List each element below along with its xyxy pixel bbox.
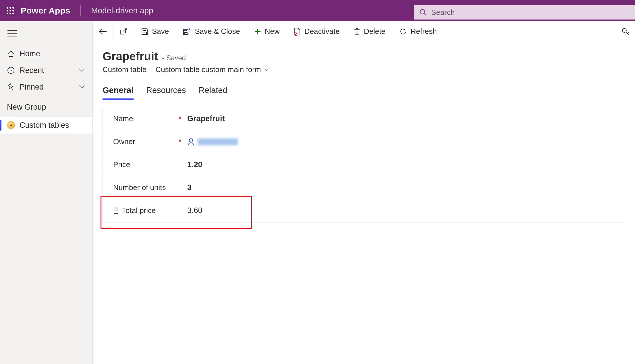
field-units-label: Number of units <box>113 183 179 192</box>
required-indicator: * <box>179 115 187 123</box>
trash-icon <box>354 28 360 36</box>
chevron-down-icon <box>79 85 85 89</box>
nav-home-label: Home <box>20 49 40 58</box>
delete-button[interactable]: Delete <box>354 27 385 36</box>
required-indicator: * <box>179 138 187 146</box>
field-total-price: Total price 3.60 <box>103 199 625 222</box>
svg-point-2 <box>12 7 14 9</box>
clock-icon <box>7 66 15 74</box>
record-title: Grapefruit <box>103 50 158 63</box>
app-header: Power Apps Model-driven app <box>0 0 635 21</box>
new-label: New <box>265 27 280 36</box>
tab-general[interactable]: General <box>103 86 134 100</box>
open-new-window-button[interactable] <box>113 21 133 42</box>
svg-point-7 <box>9 13 11 14</box>
field-price-value[interactable]: 1.20 <box>187 160 615 169</box>
command-bar: Save Save & Close New <box>93 21 635 42</box>
deactivate-icon <box>294 27 301 36</box>
chevron-down-icon <box>264 68 269 71</box>
chevron-down-icon <box>79 68 85 72</box>
save-close-icon <box>183 28 191 36</box>
svg-point-17 <box>622 28 626 32</box>
field-units-value[interactable]: 3 <box>187 183 615 192</box>
plus-icon <box>254 28 261 35</box>
sidebar: Home Recent Pinned <box>0 21 93 364</box>
nav-pinned[interactable]: Pinned <box>0 79 92 95</box>
check-access-button[interactable] <box>621 27 630 36</box>
refresh-label: Refresh <box>411 27 437 36</box>
field-name-value[interactable]: Grapefruit <box>187 114 615 123</box>
new-button[interactable]: New <box>254 27 280 36</box>
svg-point-8 <box>12 13 14 14</box>
nav-custom-tables-label: Custom tables <box>20 121 69 130</box>
tab-resources[interactable]: Resources <box>146 86 186 100</box>
hamburger-button[interactable] <box>0 30 92 45</box>
entity-icon: •• <box>7 121 15 129</box>
search-input[interactable] <box>431 8 630 17</box>
nav-custom-tables[interactable]: •• Custom tables <box>0 117 92 133</box>
waffle-button[interactable] <box>0 6 21 15</box>
popout-icon <box>119 28 127 35</box>
svg-line-10 <box>424 13 426 16</box>
tab-related[interactable]: Related <box>199 86 227 100</box>
back-arrow-icon <box>99 28 107 35</box>
field-total-value: 3.60 <box>187 206 615 215</box>
nav-pinned-label: Pinned <box>20 83 44 92</box>
breadcrumb-separator: · <box>150 65 152 74</box>
svg-point-0 <box>7 7 8 9</box>
back-button[interactable] <box>93 21 113 42</box>
delete-label: Delete <box>364 27 385 36</box>
deactivate-button[interactable]: Deactivate <box>294 27 340 36</box>
field-owner[interactable]: Owner * <box>103 130 625 153</box>
key-icon <box>621 27 630 36</box>
pin-icon <box>7 83 15 91</box>
save-close-label: Save & Close <box>195 27 240 36</box>
form-breadcrumb[interactable]: Custom table · Custom table custom main … <box>103 65 625 74</box>
search-container <box>414 2 635 20</box>
brand-label[interactable]: Power Apps <box>21 6 80 16</box>
waffle-icon <box>6 6 15 15</box>
svg-point-18 <box>189 139 193 142</box>
main-area: Save Save & Close New <box>93 21 635 364</box>
field-price-label: Price <box>113 160 179 169</box>
field-owner-value[interactable] <box>187 138 615 146</box>
save-close-button[interactable]: Save & Close <box>183 27 240 36</box>
app-name[interactable]: Model-driven app <box>81 6 153 15</box>
field-units[interactable]: Number of units 3 <box>103 176 625 199</box>
entity-name: Custom table <box>103 65 146 74</box>
person-icon <box>187 138 195 146</box>
save-button[interactable]: Save <box>141 27 169 36</box>
home-icon <box>7 50 15 58</box>
owner-redacted <box>198 138 238 145</box>
save-icon <box>141 28 148 35</box>
search-box[interactable] <box>414 5 635 20</box>
record-content: Grapefruit - Saved Custom table · Custom… <box>93 42 635 364</box>
field-total-label: Total price <box>113 206 179 215</box>
svg-point-5 <box>12 10 14 11</box>
svg-point-6 <box>7 13 8 14</box>
save-label: Save <box>152 27 169 36</box>
field-name-label: Name <box>113 114 179 123</box>
form-name: Custom table custom main form <box>155 65 261 74</box>
search-icon <box>419 8 427 16</box>
refresh-icon <box>399 28 407 36</box>
nav-recent[interactable]: Recent <box>0 62 92 79</box>
nav-recent-label: Recent <box>20 66 44 75</box>
nav-home[interactable]: Home <box>0 45 92 62</box>
svg-point-1 <box>9 7 11 9</box>
field-name[interactable]: Name * Grapefruit <box>103 107 625 130</box>
record-status: - Saved <box>162 54 186 62</box>
field-price[interactable]: Price 1.20 <box>103 153 625 176</box>
svg-point-9 <box>420 9 425 14</box>
deactivate-label: Deactivate <box>304 27 340 36</box>
hamburger-icon <box>7 30 17 37</box>
lock-icon <box>113 207 119 214</box>
form-section: Name * Grapefruit Owner * <box>103 107 625 222</box>
sidebar-group-label: New Group <box>0 95 92 117</box>
svg-rect-19 <box>114 210 118 214</box>
svg-point-3 <box>7 10 8 11</box>
svg-point-4 <box>9 10 11 11</box>
refresh-button[interactable]: Refresh <box>399 27 437 36</box>
field-owner-label: Owner <box>113 137 179 146</box>
form-tabs: General Resources Related <box>103 86 625 100</box>
